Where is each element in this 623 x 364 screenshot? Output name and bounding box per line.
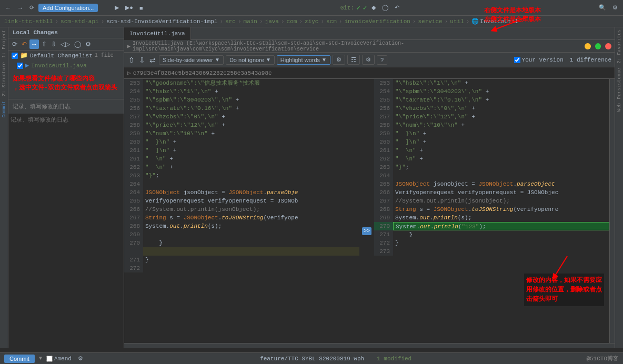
settings-changes-btn[interactable]: ⚙ [84, 39, 93, 49]
revert-btn[interactable]: ↶ [393, 3, 401, 12]
right-line-258: 258 "\"num\":\"10\"\n" + [374, 121, 609, 129]
bottom-scrollbar[interactable] [124, 343, 615, 348]
breadcrumb-java[interactable]: java [265, 18, 279, 25]
breadcrumb-src[interactable]: src [225, 18, 236, 25]
amend-label: Amend [54, 356, 72, 362]
amend-checkbox[interactable] [46, 356, 53, 362]
breadcrumb-invoice[interactable]: invoiceVerification [344, 18, 410, 25]
commit-message-input[interactable] [8, 114, 124, 348]
line-code [143, 264, 359, 272]
branch-btn[interactable]: ◆ [369, 3, 378, 12]
checkmark2-icon: ✓ [363, 3, 367, 12]
debug-btn[interactable]: ▶● [123, 3, 135, 12]
line-code: "\"hsbz\":\"1\",\n" + [393, 79, 609, 87]
line-num: 258 [374, 121, 393, 129]
tab-structure[interactable]: Z: Structure [1, 60, 8, 98]
line-code: JSONObject jsonObject = JSONObject.parse… [143, 188, 359, 197]
file-item-invoiceutil[interactable]: ▶ InvoiceUtil.java [8, 60, 124, 70]
line-num: 272 [374, 239, 393, 247]
breadcrumb-util[interactable]: util [450, 18, 464, 25]
breadcrumb-scm[interactable]: scm [326, 18, 337, 25]
right-line-269: 269 System.out.println(s); [374, 214, 609, 222]
line-num: 257 [124, 113, 143, 121]
next-diff-btn[interactable]: ⇩ [138, 56, 146, 64]
diff-left-pane: 253 "\"goodsname\":\"信息技术服务*技术服 254 "\"h… [124, 79, 359, 343]
diff-window-header: ▶ InvoiceUtil.java (E:\workspace\link-tt… [124, 40, 615, 53]
compare-btn[interactable]: ⇄ [148, 56, 157, 64]
prev-diff-btn[interactable]: ⇧ [127, 56, 136, 64]
diff-btn[interactable]: ◯ [73, 39, 83, 49]
line-num: 267 [124, 214, 143, 222]
right-line-270-added: 270 ☑ System.out.println("123"); [374, 222, 609, 230]
maximize-btn[interactable] [595, 43, 601, 49]
right-line-263: 263 "}"; [374, 163, 609, 171]
file-count: 1 file [95, 53, 114, 58]
highlight-btn[interactable]: Highlight words ▼ [277, 55, 330, 65]
gear2-btn[interactable]: ⚙ [362, 55, 375, 65]
refresh-btn[interactable]: ⟳ [27, 3, 36, 12]
diff-left-scroll[interactable]: 253 "\"goodsname\":\"信息技术服务*技术服 254 "\"h… [124, 79, 359, 343]
sep11: › [445, 18, 448, 25]
breadcrumb-com[interactable]: com [287, 18, 297, 25]
side-by-side-btn[interactable]: Side-by-side viewer ▼ [159, 55, 224, 65]
expand-btn[interactable]: ◁▷ [59, 39, 72, 49]
right-line-261: 261 " \n" + [374, 146, 609, 155]
breadcrumb-impl[interactable]: scm-std-InvoiceVerification-impl [106, 18, 217, 25]
close-btn[interactable] [605, 43, 611, 49]
diff-count: 1 difference [570, 57, 611, 63]
line-code: Verifyopenrequest verifyopenrequest = JS… [393, 188, 609, 197]
settings2-btn[interactable]: ⚙ [333, 55, 345, 65]
breadcrumb-link-ttc[interactable]: link-ttc-stbll [4, 18, 53, 25]
forward-btn[interactable]: → [15, 4, 25, 12]
tab-web[interactable]: Web [616, 101, 623, 114]
breadcrumb-service[interactable]: service [418, 18, 442, 25]
table-btn[interactable]: ☶ [347, 55, 360, 65]
search-btn[interactable]: 🔍 [597, 3, 608, 12]
sep6: › [281, 18, 285, 25]
breadcrumb-main[interactable]: main [244, 18, 257, 25]
settings-bottom-btn[interactable]: ⚙ [76, 354, 85, 363]
tab-favorites[interactable]: 2: Favorites [616, 27, 623, 66]
help-btn[interactable]: ? [377, 55, 387, 65]
commit-button[interactable]: Commit [4, 355, 35, 363]
right-line-255: 255 "\"taxrate\":\"0.16\",\n" + [374, 96, 609, 104]
left-line-265: 265 Verifyopenrequest verifyopenrequest … [124, 197, 359, 205]
your-version-checkbox[interactable] [514, 57, 520, 63]
right-scrollbar[interactable] [609, 79, 615, 343]
move-btn[interactable]: ↔ [29, 39, 39, 49]
apply-change-btn[interactable]: >> [362, 227, 371, 235]
line-num: 269 [374, 214, 393, 222]
tab-commit[interactable]: Commit [1, 98, 8, 119]
highlight-label: Highlight words [280, 57, 320, 63]
sep5: › [259, 18, 263, 25]
settings-btn[interactable]: ⚙ [610, 3, 620, 12]
ignore-btn[interactable]: Do not ignore ▼ [226, 55, 275, 65]
file-checkbox[interactable] [17, 63, 23, 69]
minimize-btn[interactable] [585, 43, 591, 49]
right-line-256: 256 "\"vhzcbs\":\"0\",\n" + [374, 104, 609, 113]
default-changelist[interactable]: 📁 Default Changelist 1 file [8, 50, 124, 60]
line-code: "\"taxrate\":\"0.16\",\n" + [393, 96, 609, 104]
tab-persistence[interactable]: Persistence [616, 66, 623, 101]
history-btn[interactable]: ◯ [380, 3, 390, 12]
line-num: 264 [374, 171, 393, 180]
annotation-arrow-bottom [551, 254, 583, 280]
line-num: 269 [124, 230, 143, 239]
changelist-checkbox[interactable] [12, 53, 18, 59]
line-num: 268 [124, 222, 143, 230]
stop-btn[interactable]: ■ [137, 4, 145, 12]
rollback-btn[interactable]: ↶ [20, 39, 28, 49]
add-config-btn[interactable]: Add Configuration... [38, 4, 98, 12]
sep8: › [320, 18, 324, 25]
back-btn[interactable]: ← [3, 4, 13, 12]
tab-project[interactable]: 1: Project [1, 27, 8, 60]
run-btn[interactable]: ▶ [113, 3, 121, 12]
down-btn[interactable]: ⇩ [49, 39, 58, 49]
refresh-changes-btn[interactable]: ⟳ [11, 39, 19, 49]
up-btn[interactable]: ⇧ [40, 39, 48, 49]
line-code: String s = JSONObject.toJSONString(verif… [143, 214, 359, 222]
breadcrumb-ziyc[interactable]: ziyc [305, 18, 318, 25]
diff-tab[interactable]: InvoiceUtil.java [124, 27, 191, 40]
breadcrumb-scm-std-api[interactable]: scm-std-api [61, 18, 99, 25]
sep4: › [238, 18, 242, 25]
